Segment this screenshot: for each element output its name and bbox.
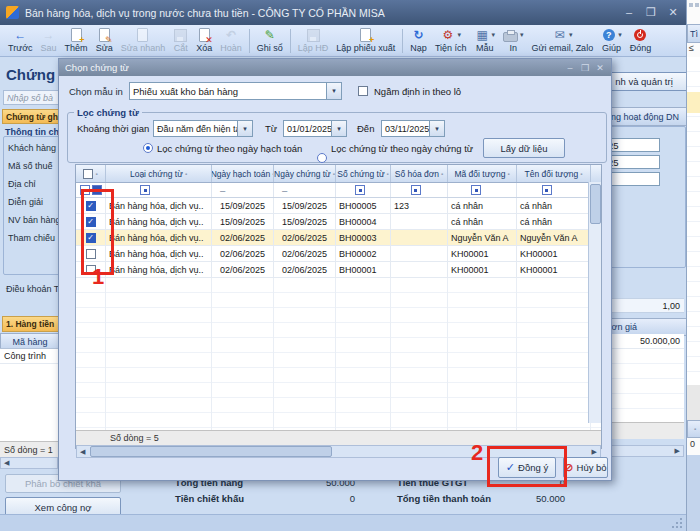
cell-posting-date[interactable]: 02/06/2025 [212,230,274,245]
table-vscrollbar[interactable] [588,182,601,423]
cell-doc-no[interactable]: BH00001 [336,262,391,277]
cell-partner-code[interactable]: cá nhân [448,198,517,213]
text-field-3[interactable] [604,172,660,186]
cell-document-type[interactable]: Bán hàng hóa, dịch vụ.. [106,262,212,277]
window-maximize-button[interactable]: ❒ [644,6,658,19]
dialog-close-button[interactable]: ✕ [595,63,605,73]
cell-invoice-no[interactable] [391,230,448,245]
table-row[interactable]: ✓Bán hàng hóa, dịch vụ..02/06/202502/06/… [76,230,601,246]
pin-icon[interactable]: ▪ [507,171,509,177]
column-header-1[interactable]: Loại chứng từ▪ [106,165,212,182]
toolbar-close-button[interactable]: Đóng [626,26,656,56]
filter-cell-2[interactable]: – [212,183,274,197]
table-row[interactable]: Bán hàng hóa, dịch vụ..02/06/202502/06/2… [76,246,601,262]
cell-posting-date[interactable]: 02/06/2025 [212,262,274,277]
cell-doc-no[interactable]: BH00004 [336,214,391,229]
cell-doc-no[interactable]: BH00003 [336,230,391,245]
toolbar-add-button[interactable]: +Thêm [61,26,92,56]
column-header-3[interactable]: Ngày chứng từ▪ [274,165,336,182]
business-activity-header[interactable]: ng hoạt động DN [600,107,690,126]
pin-icon[interactable]: ▪ [580,171,582,177]
filter-cell-5[interactable] [391,183,448,197]
from-date-picker[interactable]: 01/01/2025 ▾ [283,120,347,137]
select-all-checkbox[interactable] [83,169,93,179]
toolbar-reload-button[interactable]: ↻Nạp [406,26,431,56]
cell-document-type[interactable]: Bán hàng hóa, dịch vụ.. [106,246,212,261]
chevron-down-icon[interactable]: ▾ [429,121,444,136]
column-header-7[interactable]: Tên đối tượng▪ [517,165,591,182]
print-template-combobox[interactable]: Phiếu xuất kho bán hàng ▾ [129,82,342,100]
window-minimize-button[interactable]: – [622,6,636,19]
table-row[interactable]: Bán hàng hóa, dịch vụ..02/06/202502/06/2… [76,262,601,278]
filter-icon[interactable] [542,185,552,195]
cell-partner-name[interactable]: Nguyễn Văn A [517,230,591,245]
pin-icon[interactable]: ▪ [333,171,335,177]
toolbar-delete-button[interactable]: ✕Xóa [192,26,216,56]
line-items-hscrollbar[interactable]: ◀ [0,457,58,469]
toolbar-help-button[interactable]: ?▾Giúp [597,26,626,56]
column-header-5[interactable]: Số hóa đơn▪ [391,165,448,182]
cell-doc-date[interactable]: 15/09/2025 [274,198,336,213]
toolbar-utilities-button[interactable]: ⚙▾Tiện ích [431,26,471,56]
filter-cell-6[interactable] [448,183,517,197]
cell-doc-no[interactable]: BH00002 [336,246,391,261]
cell-partner-code[interactable]: cá nhân [448,214,517,229]
dialog-maximize-button[interactable]: ❒ [580,63,590,73]
pin-icon[interactable]: ▪ [95,171,97,177]
toolbar-send-email-button[interactable]: ✉▾Gửi email, Zalo [528,26,598,56]
filter-icon[interactable] [411,185,421,195]
filter-icon[interactable] [355,185,365,195]
cell-doc-date[interactable]: 02/06/2025 [274,246,336,261]
pin-icon[interactable]: ▪ [185,171,187,177]
to-date-picker[interactable]: 03/11/2025 ▾ [381,120,445,137]
resize-grip[interactable] [671,517,683,529]
scroll-right-icon[interactable]: ▶ [675,447,680,455]
cell-posting-date[interactable]: 15/09/2025 [212,214,274,229]
filter-cell-3[interactable]: – [274,183,336,197]
cell-partner-code[interactable]: KH00001 [448,246,517,261]
filter-cell-7[interactable] [517,183,591,197]
cell-doc-date[interactable]: 15/09/2025 [274,214,336,229]
chevron-down-icon[interactable]: ▾ [457,31,461,39]
column-header-2[interactable]: Ngày hạch toán▪ [212,165,274,182]
line-item-cell[interactable]: Công trình [0,349,58,364]
default-print-by-lot-checkbox[interactable] [358,86,368,96]
toolbar-templates-button[interactable]: ▦▾Mẫu [471,26,500,56]
vscrollbar-thumb[interactable] [590,184,601,224]
table-row[interactable]: ✓Bán hàng hóa, dịch vụ..15/09/202515/09/… [76,214,601,230]
cell-document-type[interactable]: Bán hàng hóa, dịch vụ.. [106,214,212,229]
hscrollbar-thumb[interactable] [90,446,332,457]
chevron-down-icon[interactable]: ▾ [618,31,622,39]
dialog-minimize-button[interactable]: – [565,63,575,73]
chevron-down-icon[interactable]: ▾ [569,31,573,39]
cell-partner-code[interactable]: Nguyễn Văn A [448,230,517,245]
column-header-4[interactable]: Số chứng từ▪ [336,165,391,182]
cell-document-type[interactable]: Bán hàng hóa, dịch vụ.. [106,230,212,245]
time-range-combobox[interactable]: Đầu năm đến hiện tại ▾ [153,120,253,137]
right-grid-hscrollbar[interactable]: ▶ [600,445,684,457]
chevron-down-icon[interactable]: ▾ [492,31,496,39]
pin-icon[interactable]: ▪ [387,171,389,177]
radio-filter-by-document-date[interactable] [317,153,327,163]
cell-invoice-no[interactable] [391,262,448,277]
cell-doc-date[interactable]: 02/06/2025 [274,262,336,277]
window-close-button[interactable]: ✕ [666,6,680,19]
filter-cell-4[interactable] [336,183,391,197]
column-header-6[interactable]: Mã đối tượng▪ [448,165,517,182]
toolbar-back-button[interactable]: ←Trước [4,26,37,56]
filter-icon[interactable] [140,185,150,195]
cell-invoice-no[interactable] [391,246,448,261]
table-row[interactable]: ✓Bán hàng hóa, dịch vụ..15/09/202515/09/… [76,198,601,214]
chevron-down-icon[interactable]: ▾ [237,121,252,136]
date-field-2[interactable]: 25 [604,155,660,169]
select-all-header-cell[interactable]: ▪ [76,165,106,182]
cell-partner-name[interactable]: KH00001 [517,246,591,261]
cell-document-type[interactable]: Bán hàng hóa, dịch vụ.. [106,198,212,213]
cell-partner-name[interactable]: cá nhân [517,198,591,213]
cell-partner-name[interactable]: cá nhân [517,214,591,229]
pin-icon[interactable]: ▪ [441,171,443,177]
chevron-down-icon[interactable]: ▾ [520,31,524,39]
toolbar-print-button[interactable]: ▾In [499,26,528,56]
cell-partner-name[interactable]: KH00001 [517,262,591,277]
admin-mode-button[interactable]: nh và quản trị [600,72,688,91]
